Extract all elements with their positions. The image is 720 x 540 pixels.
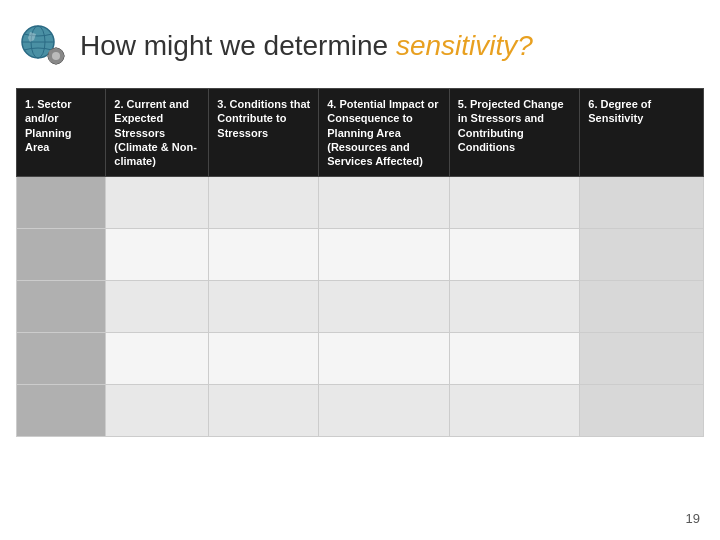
cell <box>319 333 450 385</box>
cell <box>209 385 319 437</box>
cell <box>449 281 580 333</box>
svg-point-4 <box>52 52 60 60</box>
cell <box>449 385 580 437</box>
logo-icon <box>16 18 68 74</box>
cell <box>106 177 209 229</box>
cell <box>449 177 580 229</box>
svg-rect-5 <box>55 47 57 51</box>
svg-rect-6 <box>55 61 57 65</box>
cell <box>106 333 209 385</box>
table-row <box>17 385 704 437</box>
cell <box>106 229 209 281</box>
cell <box>209 333 319 385</box>
cell <box>319 281 450 333</box>
col-header-1: 1. Sector and/or Planning Area <box>17 89 106 177</box>
cell <box>106 385 209 437</box>
cell <box>209 177 319 229</box>
cell <box>17 229 106 281</box>
cell <box>319 177 450 229</box>
col-header-5: 5. Projected Change in Stressors and Con… <box>449 89 580 177</box>
col-header-6: 6. Degree of Sensitivity <box>580 89 704 177</box>
svg-rect-7 <box>47 55 51 57</box>
cell <box>319 385 450 437</box>
cell <box>449 229 580 281</box>
table-row <box>17 177 704 229</box>
cell <box>580 229 704 281</box>
cell <box>17 281 106 333</box>
col-header-4: 4. Potential Impact or Consequence to Pl… <box>319 89 450 177</box>
cell <box>449 333 580 385</box>
svg-rect-8 <box>61 55 65 57</box>
table-row <box>17 333 704 385</box>
page-number: 19 <box>686 511 700 526</box>
table-row <box>17 229 704 281</box>
col-header-3: 3. Conditions that Contribute to Stresso… <box>209 89 319 177</box>
cell <box>209 281 319 333</box>
cell <box>580 177 704 229</box>
cell <box>17 385 106 437</box>
page-header: How might we determine sensitivity? <box>0 0 720 84</box>
cell <box>209 229 319 281</box>
cell <box>106 281 209 333</box>
cell <box>580 385 704 437</box>
cell <box>17 177 106 229</box>
table-header-row: 1. Sector and/or Planning Area 2. Curren… <box>17 89 704 177</box>
sensitivity-table: 1. Sector and/or Planning Area 2. Curren… <box>16 88 704 437</box>
cell <box>580 333 704 385</box>
main-table-wrapper: 1. Sector and/or Planning Area 2. Curren… <box>0 88 720 437</box>
table-row <box>17 281 704 333</box>
cell <box>17 333 106 385</box>
page-title: How might we determine sensitivity? <box>80 29 533 63</box>
cell <box>319 229 450 281</box>
cell <box>580 281 704 333</box>
col-header-2: 2. Current and Expected Stressors (Clima… <box>106 89 209 177</box>
